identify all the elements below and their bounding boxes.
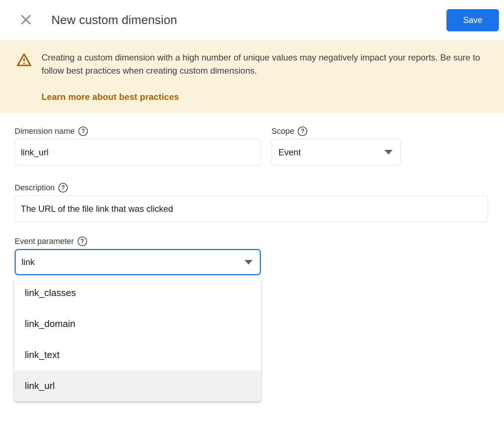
scope-label-row: Scope ?: [271, 126, 401, 136]
description-label: Description: [15, 183, 55, 192]
close-button[interactable]: [19, 13, 32, 27]
warning-message: Creating a custom dimension with a high …: [42, 51, 484, 77]
help-icon[interactable]: ?: [78, 126, 88, 136]
scope-label: Scope: [271, 126, 294, 136]
dropdown-option[interactable]: link_domain: [15, 308, 261, 339]
save-button[interactable]: Save: [446, 9, 499, 31]
dimension-name-label-row: Dimension name ?: [15, 126, 261, 136]
scope-select[interactable]: Event: [271, 139, 401, 166]
learn-more-link[interactable]: Learn more about best practices: [42, 92, 179, 102]
dropdown-option[interactable]: link_url: [15, 370, 261, 401]
description-input[interactable]: [15, 195, 488, 222]
dropdown-option[interactable]: link_classes: [15, 277, 261, 308]
event-parameter-dropdown: link_classeslink_domainlink_textlink_url: [15, 277, 261, 401]
help-icon[interactable]: ?: [298, 126, 307, 136]
close-icon: [20, 13, 32, 27]
help-icon[interactable]: ?: [78, 237, 87, 246]
warning-triangle-icon: [16, 52, 32, 69]
chevron-down-icon: [384, 150, 392, 155]
chevron-down-icon: [245, 260, 253, 265]
scope-selected-value: Event: [278, 147, 301, 157]
dimension-name-input[interactable]: [15, 139, 261, 166]
help-icon[interactable]: ?: [58, 183, 68, 192]
dialog-header: New custom dimension Save: [0, 0, 504, 40]
dimension-name-label: Dimension name: [15, 126, 75, 136]
event-parameter-label-row: Event parameter ?: [15, 237, 261, 246]
description-label-row: Description ?: [15, 183, 488, 192]
page-title: New custom dimension: [51, 13, 177, 27]
dropdown-option[interactable]: link_text: [15, 339, 261, 370]
event-parameter-select[interactable]: link: [15, 249, 261, 275]
warning-banner: Creating a custom dimension with a high …: [0, 40, 504, 113]
event-parameter-selected-value: link: [22, 257, 35, 267]
form-area: Dimension name ? Scope ? Event Descripti…: [0, 113, 504, 401]
event-parameter-label: Event parameter: [15, 237, 74, 246]
